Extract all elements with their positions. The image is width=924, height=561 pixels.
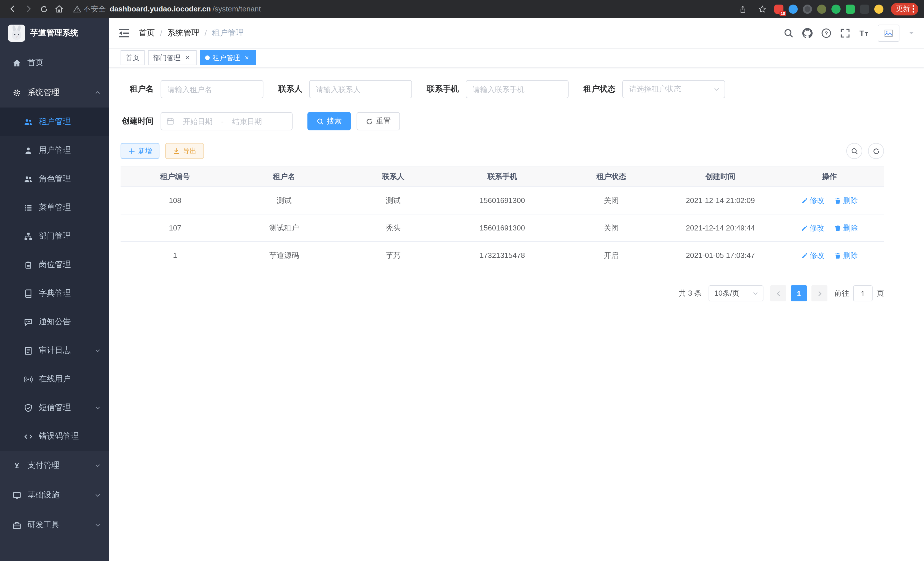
edit-link[interactable]: 修改	[801, 223, 824, 233]
sidebar-item-label: 错误码管理	[39, 431, 79, 441]
show-search-toggle-button[interactable]	[846, 143, 862, 159]
delete-link[interactable]: 删除	[835, 223, 858, 233]
sidebar-item-role-management[interactable]: 角色管理	[0, 165, 109, 193]
sidebar-item-label: 用户管理	[39, 145, 71, 156]
edit-link[interactable]: 修改	[801, 250, 824, 260]
sidebar-item-notice[interactable]: 通知公告	[0, 308, 109, 336]
share-icon[interactable]	[735, 2, 750, 16]
sidebar-item-label: 系统管理	[27, 87, 59, 98]
extension-icon-4[interactable]	[817, 4, 826, 14]
yen-icon: ¥	[13, 461, 21, 470]
refresh-table-button[interactable]	[868, 143, 884, 159]
prev-page-button[interactable]	[770, 285, 786, 301]
sidebar-item-label: 角色管理	[39, 174, 71, 184]
tab-dept-management[interactable]: 部门管理 ×	[148, 50, 196, 65]
app-title: 芋道管理系统	[30, 28, 78, 38]
sidebar-item-post-management[interactable]: 岗位管理	[0, 250, 109, 279]
tenant-name-input[interactable]	[160, 80, 263, 98]
chrome-update-button[interactable]: 更新	[891, 3, 918, 15]
browser-reload-icon[interactable]	[37, 2, 51, 16]
extension-icon-2[interactable]	[789, 4, 798, 14]
bookmark-star-icon[interactable]	[755, 2, 769, 16]
sidebar-item-payment-management[interactable]: ¥ 支付管理	[0, 451, 109, 480]
search-icon[interactable]	[783, 28, 794, 38]
filter-create-time: 创建时间 -	[121, 112, 292, 130]
sidebar-item-user-management[interactable]: 用户管理	[0, 136, 109, 165]
next-page-button[interactable]	[812, 285, 827, 301]
tab-close-icon[interactable]: ×	[243, 54, 251, 62]
delete-link[interactable]: 删除	[835, 195, 858, 206]
caret-down-icon[interactable]	[908, 29, 915, 36]
sidebar-item-online-users[interactable]: 在线用户	[0, 365, 109, 393]
avatar[interactable]	[878, 24, 899, 41]
sidebar-collapse-icon[interactable]	[118, 27, 130, 39]
sidebar-item-tenant-management[interactable]: 租户管理	[0, 108, 109, 136]
search-button[interactable]: 搜索	[308, 112, 351, 130]
page-size-select[interactable]: 10条/页	[709, 285, 764, 301]
add-button-label: 新增	[138, 146, 152, 156]
font-size-icon[interactable]: TT	[859, 28, 869, 38]
extension-icon-8[interactable]	[874, 4, 884, 14]
extension-icon-6[interactable]	[846, 4, 855, 14]
browser-back-icon[interactable]	[6, 2, 20, 16]
reset-button[interactable]: 重置	[357, 112, 400, 130]
extension-icon-1[interactable]: 10	[774, 4, 783, 14]
fullscreen-icon[interactable]	[840, 28, 850, 38]
tab-close-icon[interactable]: ×	[183, 54, 191, 62]
end-date-input[interactable]	[226, 117, 268, 126]
table-row[interactable]: 107 测试租户 秃头 15601691300 关闭 2021-12-14 20…	[121, 214, 884, 242]
more-vertical-icon[interactable]	[913, 5, 914, 13]
sidebar-item-infrastructure[interactable]: 基础设施	[0, 480, 109, 510]
chevron-down-icon	[713, 86, 720, 93]
tab-tenant-management[interactable]: 租户管理 ×	[200, 50, 256, 65]
browser-home-icon[interactable]	[52, 2, 66, 16]
trash-icon	[835, 224, 842, 231]
help-icon[interactable]: ?	[821, 28, 831, 38]
start-date-input[interactable]	[177, 117, 219, 126]
sidebar-item-dept-management[interactable]: 部门管理	[0, 222, 109, 250]
sidebar-item-menu-management[interactable]: 菜单管理	[0, 193, 109, 222]
contact-input[interactable]	[309, 80, 412, 98]
edit-link[interactable]: 修改	[801, 195, 824, 206]
cell-created-at: 2021-12-14 20:49:44	[666, 214, 775, 242]
sidebar-item-sms-management[interactable]: 短信管理	[0, 393, 109, 422]
table-row[interactable]: 108 测试 测试 15601691300 关闭 2021-12-14 21:0…	[121, 187, 884, 214]
sidebar-item-dict-management[interactable]: 字典管理	[0, 279, 109, 308]
sidebar-item-audit-log[interactable]: 审计日志	[0, 336, 109, 365]
date-range-picker[interactable]: -	[160, 112, 292, 130]
page-buttons: 1	[770, 285, 827, 301]
extension-icon-5[interactable]	[831, 4, 841, 14]
browser-forward-icon[interactable]	[21, 2, 35, 16]
column-header-phone: 联系手机	[448, 166, 557, 187]
tags-view-bar: 首页 部门管理 × 租户管理 ×	[109, 49, 924, 68]
online-icon	[24, 375, 33, 384]
cell-actions: 修改 删除	[775, 187, 884, 214]
status-select[interactable]: 请选择租户状态	[622, 80, 725, 98]
page-number-current[interactable]: 1	[791, 285, 807, 301]
sidebar-item-system-management[interactable]: 系统管理	[0, 78, 109, 108]
page-content: 租户名 联系人 联系手机 租户状态 请选择租户状态	[109, 68, 924, 301]
chevron-down-icon	[94, 462, 101, 469]
security-warning[interactable]: 不安全	[73, 4, 106, 14]
address-bar[interactable]: 不安全 dashboard.yudao.iocoder.cn/system/te…	[73, 4, 729, 14]
app-logo-row[interactable]: 芋道管理系统	[0, 18, 109, 48]
sidebar-item-home[interactable]: 首页	[0, 48, 109, 78]
extension-icon-3[interactable]	[803, 4, 812, 14]
sidebar-item-label: 岗位管理	[39, 260, 71, 270]
extension-icon-7[interactable]	[860, 4, 869, 14]
tab-home[interactable]: 首页	[121, 50, 145, 65]
export-button[interactable]: 导出	[165, 143, 204, 159]
breadcrumb-system-management[interactable]: 系统管理	[167, 28, 200, 38]
reset-button-label: 重置	[376, 116, 391, 126]
delete-link[interactable]: 删除	[835, 250, 858, 260]
goto-page-input[interactable]	[853, 285, 873, 301]
phone-input[interactable]	[466, 80, 568, 98]
breadcrumb-home[interactable]: 首页	[139, 28, 155, 38]
add-button[interactable]: 新增	[121, 143, 159, 159]
pagination: 共 3 条 10条/页 1	[121, 285, 884, 301]
sidebar-item-error-code-management[interactable]: 错误码管理	[0, 422, 109, 451]
goto-suffix: 页	[877, 288, 884, 299]
github-icon[interactable]	[802, 28, 813, 38]
sidebar-item-dev-tools[interactable]: 研发工具	[0, 510, 109, 540]
table-row[interactable]: 1 芋道源码 芋艿 17321315478 开启 2021-01-05 17:0…	[121, 242, 884, 269]
